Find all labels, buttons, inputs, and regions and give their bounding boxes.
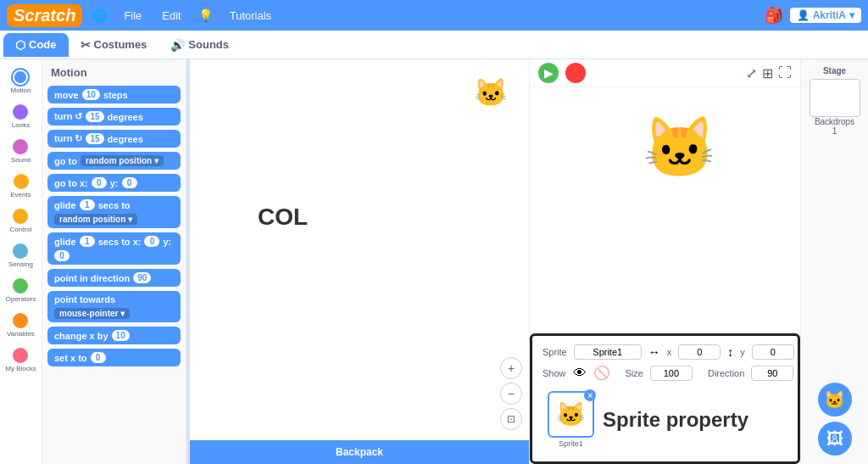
stage-icons: ⤢ ⊞ ⛶ bbox=[746, 65, 792, 81]
tab-sounds[interactable]: 🔊 Sounds bbox=[159, 33, 241, 57]
sprite-size-input[interactable] bbox=[650, 366, 693, 381]
sprite-thumb-cat: 🐱 bbox=[556, 400, 586, 428]
maximize-btn[interactable]: ⛶ bbox=[778, 65, 792, 81]
sprite-thumbnail[interactable]: 🐱 ✕ bbox=[548, 391, 594, 438]
add-sprite-btn[interactable]: 🐱 bbox=[818, 383, 852, 416]
category-operators[interactable]: Operators bbox=[4, 275, 38, 306]
backdrop-count: 1 bbox=[832, 126, 837, 136]
stage-view: 🐱 Sprite ↔ x ↕ y Show 👁 🚫 Size bbox=[530, 87, 800, 464]
tabbar: ⬡ Code ✂ Costumes 🔊 Sounds bbox=[0, 31, 868, 59]
category-sound[interactable]: Sound bbox=[9, 136, 32, 167]
sprite-name-input[interactable] bbox=[574, 344, 642, 360]
block-move[interactable]: move 10 steps bbox=[47, 86, 181, 103]
block-glide-to[interactable]: glide 1 secs to random position ▾ bbox=[47, 196, 181, 228]
block-glide-xy[interactable]: glide 1 secs to x: 0 y: 0 bbox=[47, 232, 181, 265]
user-name: AkritiA bbox=[813, 9, 846, 21]
sprite-property-overlay: Sprite ↔ x ↕ y Show 👁 🚫 Size Direction bbox=[530, 333, 800, 464]
stop-btn[interactable] bbox=[565, 63, 586, 83]
blocks-panel: Motion move 10 steps turn ↺ 15 degrees t… bbox=[42, 59, 186, 464]
zoom-in-btn[interactable]: + bbox=[500, 357, 522, 379]
block-goto-xy[interactable]: go to x: 0 y: 0 bbox=[47, 174, 181, 192]
sprite-panel: 🐱 ✕ Sprite1 Sprite property bbox=[542, 386, 787, 453]
tab-code-label: Code bbox=[29, 38, 57, 51]
arrows-icon: ↔ bbox=[648, 345, 660, 359]
block-change-x[interactable]: change x by 10 bbox=[47, 327, 181, 344]
stage-cat-sprite: 🐱 bbox=[643, 113, 716, 182]
topbar: Scratch 🌐 File Edit 💡 Tutorials 🎒 👤 Akri… bbox=[0, 0, 868, 31]
panel-title: Motion bbox=[47, 66, 181, 79]
block-turn-cw[interactable]: turn ↻ 15 degrees bbox=[47, 130, 181, 148]
block-turn-ccw[interactable]: turn ↺ 15 degrees bbox=[47, 108, 181, 126]
block-set-x[interactable]: set x to 0 bbox=[47, 349, 181, 366]
backpack-bar: Backpack bbox=[190, 440, 529, 464]
file-menu[interactable]: File bbox=[117, 6, 148, 25]
sprite-show-row: Show 👁 🚫 Size Direction bbox=[542, 365, 787, 381]
tab-code[interactable]: ⬡ Code bbox=[3, 33, 69, 57]
categories-panel: Motion Looks Sound Events Control Sensin… bbox=[0, 59, 42, 464]
tab-code-icon: ⬡ bbox=[15, 38, 25, 52]
bag-icon[interactable]: 🎒 bbox=[765, 6, 783, 25]
sprite-property-title: Sprite property bbox=[603, 408, 748, 432]
tutorials-icon: 💡 bbox=[195, 5, 216, 25]
category-sensing[interactable]: Sensing bbox=[7, 240, 35, 271]
stage-label: Stage bbox=[823, 66, 846, 75]
scratch-logo: Scratch bbox=[7, 4, 82, 27]
tab-costumes-icon: ✂ bbox=[81, 38, 91, 52]
category-control[interactable]: Control bbox=[8, 205, 34, 237]
col-text: COL bbox=[258, 204, 308, 231]
block-goto[interactable]: go to random position ▾ bbox=[47, 152, 181, 170]
green-flag-btn[interactable]: ▶ bbox=[538, 63, 559, 83]
tab-costumes[interactable]: ✂ Costumes bbox=[69, 33, 159, 57]
stage-bottom-btns: 🐱 🖼 bbox=[818, 383, 852, 464]
sprite-y-input[interactable] bbox=[752, 344, 794, 360]
zoom-out-btn[interactable]: − bbox=[500, 383, 522, 405]
sprite-info-row: Sprite ↔ x ↕ y bbox=[542, 344, 787, 360]
add-backdrop-btn[interactable]: 🖼 bbox=[818, 422, 852, 456]
workspace-sprite: 🐱 bbox=[474, 76, 508, 109]
show-eye-closed[interactable]: 🚫 bbox=[593, 365, 610, 381]
category-motion[interactable]: Motion bbox=[8, 66, 32, 98]
category-looks[interactable]: Looks bbox=[10, 101, 31, 132]
updown-icon: ↕ bbox=[727, 345, 733, 359]
tutorials-btn[interactable]: Tutorials bbox=[223, 6, 278, 25]
category-variables[interactable]: Variables bbox=[5, 310, 36, 341]
stage-thumb bbox=[810, 79, 860, 117]
tab-sounds-icon: 🔊 bbox=[170, 38, 185, 52]
block-point-direction[interactable]: point in direction 90 bbox=[47, 269, 181, 287]
tab-costumes-label: Costumes bbox=[94, 38, 147, 51]
main-area: Motion Looks Sound Events Control Sensin… bbox=[0, 59, 868, 464]
globe-icon[interactable]: 🌐 bbox=[89, 5, 110, 25]
sprite-x-input[interactable] bbox=[678, 344, 721, 360]
category-myblocks[interactable]: My Blocks bbox=[3, 344, 37, 376]
sprite-direction-input[interactable] bbox=[751, 366, 793, 381]
zoom-fit-btn[interactable]: ⊡ bbox=[500, 408, 522, 430]
avatar-chevron: ▾ bbox=[849, 9, 854, 21]
backpack-label: Backpack bbox=[336, 446, 383, 458]
stage-controls: ▶ ⤢ ⊞ ⛶ bbox=[530, 59, 800, 87]
stage-right-panel: Stage Backdrops 1 🐱 🖼 bbox=[800, 59, 868, 464]
topbar-right: 🎒 👤 AkritiA ▾ bbox=[765, 6, 861, 25]
stage-size-btn[interactable]: ⊞ bbox=[762, 65, 773, 81]
user-avatar[interactable]: 👤 AkritiA ▾ bbox=[790, 8, 861, 23]
fullscreen-btn[interactable]: ⤢ bbox=[746, 65, 757, 81]
right-panel: ▶ ⤢ ⊞ ⛶ 🐱 Sprite ↔ x ↕ y bbox=[529, 59, 800, 464]
edit-menu[interactable]: Edit bbox=[155, 6, 187, 25]
workspace[interactable]: 🐱 COL + − ⊡ Backpack bbox=[190, 59, 529, 464]
backdrops-label: Backdrops bbox=[815, 117, 854, 126]
zoom-controls: + − ⊡ bbox=[500, 357, 522, 430]
delete-sprite-btn[interactable]: ✕ bbox=[584, 389, 596, 401]
tab-sounds-label: Sounds bbox=[188, 38, 229, 51]
user-avatar-icon: 👤 bbox=[797, 9, 810, 21]
block-point-towards[interactable]: point towards mouse-pointer ▾ bbox=[47, 291, 181, 322]
category-events[interactable]: Events bbox=[8, 171, 32, 202]
show-eye-open[interactable]: 👁 bbox=[573, 366, 587, 381]
